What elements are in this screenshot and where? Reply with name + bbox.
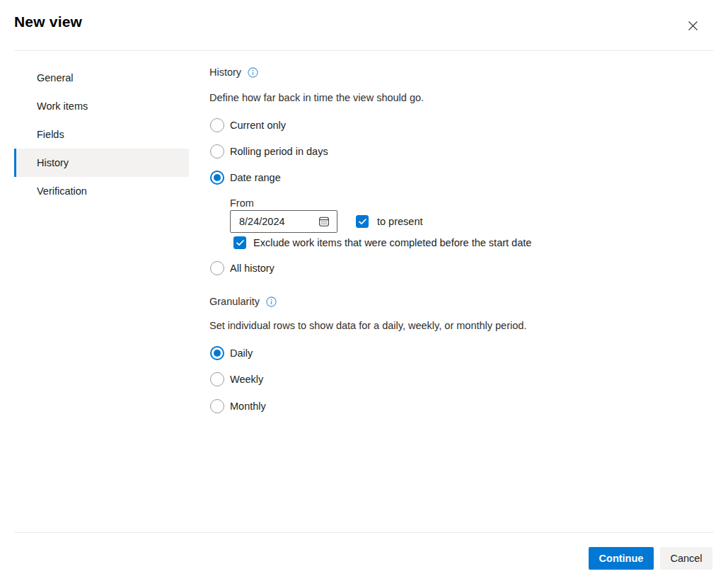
radio-icon[interactable] bbox=[210, 399, 224, 413]
checkbox-checked-icon[interactable] bbox=[356, 215, 369, 228]
radio-label: All history bbox=[230, 263, 275, 274]
radio-label: Rolling period in days bbox=[230, 146, 328, 157]
sidebar-item-history[interactable]: History bbox=[14, 149, 189, 177]
to-present-label: to present bbox=[377, 216, 423, 227]
cancel-button[interactable]: Cancel bbox=[660, 547, 712, 570]
sidebar-item-work-items[interactable]: Work items bbox=[14, 92, 189, 120]
new-view-dialog: New view General Work items Fields Histo… bbox=[0, 0, 728, 581]
footer-divider bbox=[14, 532, 714, 533]
dialog-title: New view bbox=[14, 13, 82, 30]
dialog-content: History Define how far back in time the … bbox=[209, 0, 714, 536]
sidebar-item-label: Fields bbox=[37, 129, 64, 140]
radio-label: Monthly bbox=[230, 401, 266, 412]
info-icon[interactable] bbox=[248, 67, 258, 78]
radio-option-current-only[interactable]: Current only bbox=[209, 118, 286, 132]
radio-icon[interactable] bbox=[210, 372, 224, 386]
history-description: Define how far back in time the view sho… bbox=[209, 92, 424, 103]
to-present-option[interactable]: to present bbox=[356, 215, 423, 228]
radio-icon-selected[interactable] bbox=[210, 346, 224, 360]
history-section-heading: History bbox=[209, 67, 258, 78]
sidebar-item-general[interactable]: General bbox=[14, 64, 189, 92]
radio-label: Daily bbox=[230, 347, 253, 359]
radio-icon[interactable] bbox=[210, 261, 224, 275]
radio-option-monthly[interactable]: Monthly bbox=[209, 399, 266, 413]
date-range-row: to present bbox=[230, 210, 423, 233]
from-date-field[interactable] bbox=[230, 210, 337, 233]
dialog-sidebar: General Work items Fields History Verifi… bbox=[14, 64, 189, 205]
sidebar-item-verification[interactable]: Verification bbox=[14, 177, 189, 205]
exclude-option[interactable]: Exclude work items that were completed b… bbox=[233, 236, 531, 249]
checkbox-checked-icon[interactable] bbox=[233, 236, 246, 249]
sidebar-item-label: History bbox=[37, 157, 69, 168]
radio-option-weekly[interactable]: Weekly bbox=[209, 372, 263, 386]
sidebar-item-label: General bbox=[37, 72, 74, 84]
exclude-label: Exclude work items that were completed b… bbox=[253, 237, 531, 248]
radio-icon[interactable] bbox=[210, 118, 224, 132]
radio-icon[interactable] bbox=[210, 144, 224, 159]
radio-icon-selected[interactable] bbox=[210, 171, 224, 185]
radio-label: Weekly bbox=[230, 374, 263, 385]
granularity-heading-label: Granularity bbox=[209, 296, 260, 307]
footer-actions: Continue Cancel bbox=[589, 547, 712, 570]
continue-button[interactable]: Continue bbox=[589, 547, 654, 570]
radio-option-all-history[interactable]: All history bbox=[209, 261, 275, 275]
radio-label: Current only bbox=[230, 120, 286, 131]
sidebar-item-fields[interactable]: Fields bbox=[14, 120, 189, 149]
radio-option-daily[interactable]: Daily bbox=[209, 346, 253, 360]
sidebar-item-label: Work items bbox=[37, 100, 88, 112]
sidebar-item-label: Verification bbox=[37, 185, 87, 197]
radio-option-date-range[interactable]: Date range bbox=[209, 171, 281, 185]
from-label: From bbox=[230, 197, 254, 209]
calendar-icon[interactable] bbox=[318, 216, 330, 227]
from-date-input[interactable] bbox=[239, 216, 318, 227]
radio-label: Date range bbox=[230, 172, 281, 183]
granularity-section-heading: Granularity bbox=[209, 296, 277, 307]
radio-option-rolling-period[interactable]: Rolling period in days bbox=[209, 144, 328, 159]
info-icon[interactable] bbox=[266, 297, 277, 307]
history-heading-label: History bbox=[209, 67, 241, 78]
granularity-description: Set individual rows to show data for a d… bbox=[209, 320, 526, 331]
